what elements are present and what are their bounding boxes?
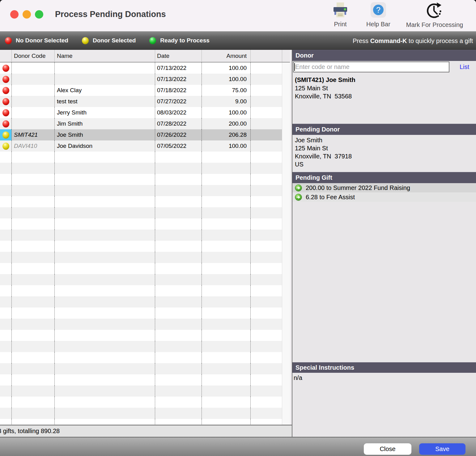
column-header-name[interactable]: Name — [54, 50, 155, 62]
table-row[interactable]: test test 07/27/2022 9.00 — [0, 96, 282, 107]
title-bar: Process Pending Donations Print — [0, 0, 476, 31]
text-cursor — [294, 63, 295, 71]
table-row[interactable]: DAVI410 Joe Davidson 07/05/2022 100.00 — [0, 140, 282, 152]
empty-cell — [202, 419, 250, 425]
empty-cell — [202, 308, 250, 319]
traffic-light-close-button[interactable] — [10, 10, 19, 19]
name-cell: Alex Clay — [54, 85, 155, 96]
empty-cell — [202, 363, 250, 374]
date-cell: 07/05/2022 — [155, 140, 202, 152]
name-cell: Joe Smith — [54, 129, 155, 140]
traffic-light-minimize-button[interactable] — [23, 10, 31, 19]
donor-section-header: Donor — [292, 50, 476, 61]
empty-cell — [0, 319, 11, 330]
empty-cell — [11, 341, 54, 352]
empty-cell — [54, 252, 155, 263]
empty-cell — [0, 308, 11, 319]
empty-cell — [202, 196, 250, 207]
donor-code-cell — [11, 118, 54, 129]
help-bar-button[interactable]: ? Help Bar — [360, 1, 397, 28]
empty-cell — [250, 296, 282, 308]
mark-for-processing-button[interactable]: Mark For Processing — [400, 1, 469, 28]
donor-panel: Donor List (SMIT421) Joe Smith 125 Main … — [292, 50, 476, 437]
gift-arrow-icon — [295, 194, 302, 201]
column-header-date[interactable]: Date — [155, 50, 202, 62]
empty-cell — [54, 419, 155, 425]
column-header-donor-code[interactable]: Donor Code — [11, 50, 54, 62]
save-button[interactable]: Save — [419, 443, 465, 455]
status-sphere-icon — [2, 131, 9, 139]
empty-cell — [250, 218, 282, 230]
column-header-status[interactable] — [0, 50, 11, 62]
table-row[interactable]: Jim Smith 07/28/2022 200.00 — [0, 118, 282, 129]
empty-cell — [11, 330, 54, 341]
empty-cell — [0, 152, 11, 163]
column-header-extra — [250, 50, 282, 62]
empty-cell — [11, 263, 54, 274]
empty-cell — [11, 218, 54, 230]
empty-cell — [11, 207, 54, 218]
empty-cell — [54, 285, 155, 296]
status-cell-focused — [0, 129, 11, 140]
table-row-empty — [0, 252, 282, 263]
empty-cell — [0, 241, 11, 252]
empty-cell — [0, 419, 11, 425]
legend-bar: No Donor Selected Donor Selected Ready t… — [0, 31, 476, 50]
empty-cell — [155, 263, 202, 274]
empty-cell — [11, 152, 54, 163]
amount-cell: 75.00 — [202, 85, 250, 96]
close-button[interactable]: Close — [364, 443, 411, 455]
table-body: 07/13/2022 100.00 07/13/2022 100.00 Alex… — [0, 62, 282, 425]
extra-cell — [250, 62, 282, 74]
legend-label-ready: Ready to Process — [160, 37, 209, 44]
table-row-empty — [0, 196, 282, 207]
list-link[interactable]: List — [460, 63, 469, 71]
empty-cell — [54, 196, 155, 207]
empty-cell — [11, 196, 54, 207]
table-row[interactable]: Jerry Smith 08/03/2022 100.00 — [0, 107, 282, 118]
empty-cell — [11, 185, 54, 196]
legend-item-no-donor: No Donor Selected — [5, 37, 68, 44]
gift-arrow-icon — [295, 184, 302, 191]
special-instructions-value: n/a — [292, 373, 476, 437]
name-cell — [54, 74, 155, 85]
amount-cell: 206.28 — [202, 129, 250, 140]
empty-cell — [0, 196, 11, 207]
donor-search-input[interactable] — [293, 62, 449, 72]
pending-gift-row[interactable]: 6.28 to Fee Assist — [292, 192, 476, 202]
table-row[interactable]: Alex Clay 07/18/2022 75.00 — [0, 85, 282, 96]
extra-cell — [250, 74, 282, 85]
empty-cell — [11, 296, 54, 308]
traffic-light-zoom-button[interactable] — [35, 10, 43, 19]
selected-donor-summary: (SMIT421) Joe Smith 125 Main St Knoxvill… — [292, 73, 476, 124]
column-header-amount[interactable]: Amount — [202, 50, 250, 62]
empty-cell — [250, 408, 282, 419]
extra-cell — [250, 129, 282, 140]
table-scrollbar-track[interactable] — [282, 62, 290, 425]
empty-cell — [202, 263, 250, 274]
amount-cell: 100.00 — [202, 107, 250, 118]
amount-cell: 9.00 — [202, 96, 250, 107]
empty-cell — [54, 185, 155, 196]
table-row[interactable]: 07/13/2022 100.00 — [0, 62, 282, 74]
table-row-empty — [0, 241, 282, 252]
name-cell: Joe Davidson — [54, 140, 155, 152]
date-cell: 07/27/2022 — [155, 96, 202, 107]
column-header-filler — [282, 50, 290, 62]
green-status-sphere-icon — [149, 37, 156, 44]
date-cell: 07/13/2022 — [155, 74, 202, 85]
table-row-selected[interactable]: SMIT421 Joe Smith 07/26/2022 206.28 — [0, 129, 282, 140]
empty-cell — [0, 263, 11, 274]
empty-cell — [202, 319, 250, 330]
print-label: Print — [334, 21, 346, 28]
status-sphere-icon — [2, 120, 9, 127]
pending-gift-row[interactable]: 200.00 to Summer 2022 Fund Raising — [292, 183, 476, 192]
print-button[interactable]: Print — [327, 1, 353, 28]
empty-cell — [250, 319, 282, 330]
empty-cell — [202, 408, 250, 419]
empty-cell — [11, 174, 54, 185]
empty-cell — [54, 296, 155, 308]
empty-cell — [155, 230, 202, 241]
empty-cell — [11, 241, 54, 252]
table-row[interactable]: 07/13/2022 100.00 — [0, 74, 282, 85]
